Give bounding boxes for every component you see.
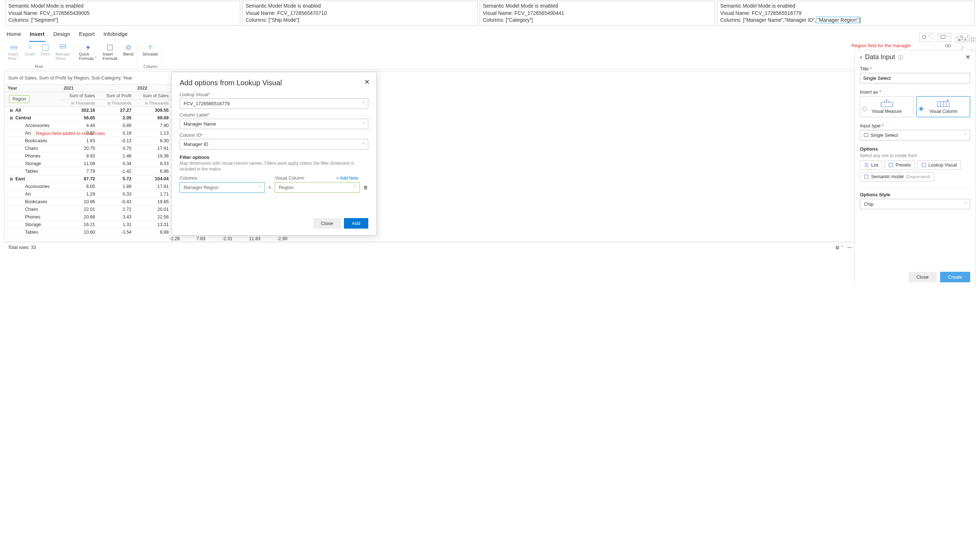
- cell[interactable]: -0.13: [98, 137, 134, 144]
- back-icon[interactable]: ‹: [860, 53, 862, 61]
- delete-filter-icon[interactable]: 🗑: [364, 185, 368, 190]
- input-type-select[interactable]: Single Select˅: [860, 130, 970, 140]
- filter2-icon[interactable]: ≡: [963, 37, 968, 43]
- info-icon[interactable]: i: [898, 55, 903, 60]
- cell[interactable]: Bookcases: [5, 137, 60, 144]
- cell[interactable]: 309.55: [134, 106, 172, 114]
- cell[interactable]: 17.91: [134, 144, 172, 152]
- cell[interactable]: 10.86: [60, 198, 98, 206]
- insert-as-visual-column[interactable]: Visual Column: [916, 96, 970, 117]
- cell[interactable]: Art: [5, 190, 60, 198]
- cell[interactable]: -1.42: [98, 167, 134, 175]
- insert-row-button[interactable]: InsertRow ˅: [6, 43, 21, 62]
- cell[interactable]: 22.01: [60, 206, 98, 213]
- cell[interactable]: Bookcases: [5, 198, 60, 206]
- cell[interactable]: ⊟ All: [5, 106, 60, 114]
- gear-icon[interactable]: ⚙ ˅: [835, 245, 843, 250]
- cell[interactable]: Storage: [5, 159, 60, 167]
- add-new-link[interactable]: + Add New: [336, 175, 358, 181]
- cell[interactable]: 2.05: [98, 114, 134, 121]
- cell[interactable]: 19.36: [134, 152, 172, 159]
- cell[interactable]: 6.86: [134, 167, 172, 175]
- blend-button[interactable]: Blend: [122, 43, 135, 62]
- region-pill[interactable]: Region: [9, 95, 29, 103]
- insert-as-visual-measure[interactable]: Visual Measure: [860, 96, 913, 117]
- dialog-add-button[interactable]: Add: [344, 218, 368, 229]
- tab-infobridge[interactable]: Infobridge: [103, 29, 129, 42]
- tab-design[interactable]: Design: [52, 29, 71, 42]
- measure-header[interactable]: Sum of Sales: [60, 92, 98, 99]
- cell[interactable]: 1.31: [98, 221, 134, 228]
- cell[interactable]: 56.65: [60, 114, 98, 121]
- year-col-2022[interactable]: 2022: [134, 84, 172, 92]
- cell[interactable]: 13.31: [134, 221, 172, 228]
- cell[interactable]: 20.75: [60, 144, 98, 152]
- cell[interactable]: 0.34: [98, 159, 134, 167]
- cell[interactable]: 302.16: [60, 106, 98, 114]
- cell[interactable]: 1.29: [60, 190, 98, 198]
- year-col-2021[interactable]: 2021: [60, 84, 134, 92]
- cell[interactable]: 1.89: [98, 183, 134, 190]
- options-style-select[interactable]: Chip˅: [860, 199, 970, 209]
- cell[interactable]: Accessories: [5, 121, 60, 129]
- pivot-button[interactable]: Pivot: [40, 43, 51, 62]
- cell[interactable]: 104.04: [134, 175, 172, 183]
- cell[interactable]: 9.93: [60, 152, 98, 159]
- tab-insert[interactable]: Insert: [29, 29, 45, 42]
- cell[interactable]: 7.80: [134, 121, 172, 129]
- column-label-select[interactable]: Manager Name˅: [180, 119, 368, 129]
- cell[interactable]: 7.79: [60, 167, 98, 175]
- option-presets-button[interactable]: Presets: [884, 160, 915, 170]
- dialog-close-button[interactable]: Close: [313, 218, 341, 229]
- cell[interactable]: 22.56: [134, 213, 172, 221]
- cell[interactable]: 3.43: [98, 213, 134, 221]
- invert-button[interactable]: Invert: [24, 43, 37, 62]
- cell[interactable]: 69.69: [134, 114, 172, 121]
- year-header[interactable]: Year: [5, 84, 60, 92]
- cell[interactable]: 1.71: [134, 190, 172, 198]
- quick-formula-button[interactable]: QuickFormula ˅: [78, 43, 98, 62]
- cell[interactable]: Storage: [5, 221, 60, 228]
- cell[interactable]: 10.60: [60, 228, 98, 236]
- tab-export[interactable]: Export: [78, 29, 95, 42]
- cell[interactable]: 16.21: [60, 221, 98, 228]
- cell[interactable]: 0.33: [98, 190, 134, 198]
- cell[interactable]: 20.69: [60, 213, 98, 221]
- cell[interactable]: 87.72: [60, 175, 98, 183]
- filter-columns-select[interactable]: Manager Region˅: [180, 182, 265, 193]
- cell[interactable]: Chairs: [5, 144, 60, 152]
- cell[interactable]: 0.89: [98, 121, 134, 129]
- simulate-button[interactable]: Simulate: [141, 43, 160, 57]
- cell[interactable]: Phones: [5, 152, 60, 159]
- input-dropdown[interactable]: ˅: [920, 33, 933, 42]
- option-list-button[interactable]: List: [860, 160, 882, 170]
- cell[interactable]: 8.30: [134, 137, 172, 144]
- cell[interactable]: 4.44: [60, 121, 98, 129]
- cell[interactable]: -0.43: [98, 198, 134, 206]
- cell[interactable]: 5.72: [98, 175, 134, 183]
- cell[interactable]: 2.72: [98, 206, 134, 213]
- cell[interactable]: Tables: [5, 228, 60, 236]
- lookup-visual-select[interactable]: FCV_1726565516779˅: [180, 98, 368, 109]
- cell[interactable]: -3.54: [98, 228, 134, 236]
- cell[interactable]: 19.65: [134, 198, 172, 206]
- dialog-close-icon[interactable]: ✕: [364, 78, 370, 86]
- cell[interactable]: 17.91: [134, 183, 172, 190]
- cell[interactable]: 1.48: [98, 152, 134, 159]
- option-semantic-model-button[interactable]: Semantic model (Deprecated): [860, 172, 934, 182]
- tab-home[interactable]: Home: [6, 29, 22, 42]
- cell[interactable]: 1.13: [134, 129, 172, 137]
- cell[interactable]: Phones: [5, 213, 60, 221]
- cell[interactable]: 27.27: [98, 106, 134, 114]
- column-id-select[interactable]: Manager ID˅: [180, 139, 368, 150]
- cell[interactable]: 0.70: [98, 144, 134, 152]
- zoom-out[interactable]: —: [847, 245, 852, 250]
- region-header-cell[interactable]: Region: [5, 92, 60, 106]
- cell[interactable]: 20.01: [134, 206, 172, 213]
- cell[interactable]: ⊟ Central: [5, 114, 60, 121]
- insert-formula-button[interactable]: InsertFormula: [101, 43, 119, 62]
- expand-icon[interactable]: ☐: [969, 37, 976, 43]
- filter-icon[interactable]: ⇲: [956, 37, 962, 43]
- cell[interactable]: 11.09: [60, 159, 98, 167]
- option-lookup-visual-button[interactable]: Lookup Visual: [917, 160, 961, 170]
